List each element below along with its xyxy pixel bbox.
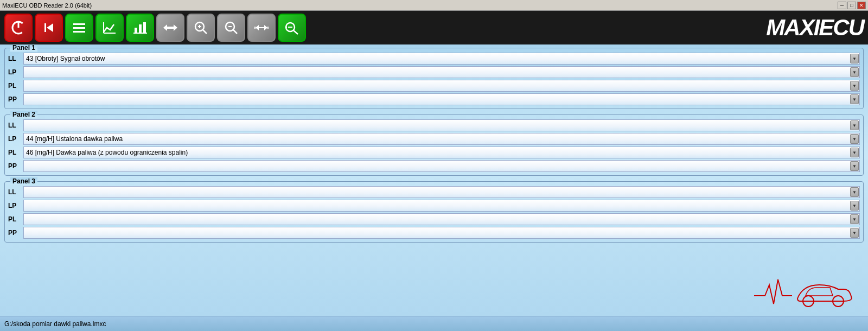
panel-1-label: Panel 1: [10, 44, 37, 52]
panel-3-row-LL-select[interactable]: [23, 186, 860, 198]
panel-1-row-PL-select[interactable]: [23, 80, 860, 92]
panel-3-row-PL-select[interactable]: [23, 213, 860, 225]
panel-1-row-PL-select-wrapper: ▼: [23, 80, 860, 92]
panel-1-row-LP-select[interactable]: [23, 66, 860, 78]
menu-button[interactable]: [65, 14, 93, 42]
panel-1-row-PP-label: PP: [8, 96, 21, 103]
statusbar: G:/skoda pomiar dawki paliwa.lmxc: [0, 316, 868, 331]
panel-2-row-PP: PP▼: [8, 160, 860, 172]
svg-marker-13: [163, 24, 177, 31]
toolbar: MAXIECU: [0, 11, 868, 44]
car-logo: [754, 274, 863, 314]
panel-1-row-LP: LP▼: [8, 66, 860, 78]
panel-2-row-LP-select-wrapper: 44 [mg/H] Ustalona dawka paliwa▼: [23, 133, 860, 145]
minimize-button[interactable]: ─: [838, 2, 846, 9]
maximize-button[interactable]: □: [847, 2, 856, 9]
panel-1-rows: LL43 [Obroty] Sygnał obrotów▼LP▼PL▼PP▼: [8, 53, 860, 105]
svg-rect-5: [73, 27, 85, 29]
panel-3-row-LP-select[interactable]: [23, 200, 860, 212]
svg-rect-23: [267, 27, 269, 29]
panel-1-row-PP-select[interactable]: [23, 93, 860, 105]
back-button[interactable]: [35, 14, 63, 42]
panel-3-row-LL: LL▼: [8, 186, 860, 198]
title-bar-text: MaxiECU OBD Reader 2.0 (64bit): [2, 2, 92, 9]
main-content: Panel 1LL43 [Obroty] Sygnał obrotów▼LP▼P…: [0, 44, 868, 316]
filepath-text: G:/skoda pomiar dawki paliwa.lmxc: [4, 320, 106, 328]
panel-2-row-PL-select[interactable]: 46 [mg/H] Dawka paliwa (z powodu ogranic…: [23, 147, 860, 158]
chart-line-button[interactable]: [95, 14, 124, 42]
panel-3-row-PL-select-wrapper: ▼: [23, 213, 860, 225]
panel-3-row-PL-label: PL: [8, 215, 21, 223]
zoom-in-button[interactable]: [187, 14, 215, 42]
chart-bar-button[interactable]: [126, 14, 154, 42]
panel-1-row-LP-label: LP: [8, 68, 21, 76]
svg-rect-11: [143, 22, 146, 33]
panel-3: Panel 3LL▼LP▼PL▼PP▼: [4, 181, 864, 243]
panel-2-row-LL-select[interactable]: [23, 119, 860, 131]
panel-2-row-PP-select[interactable]: [23, 160, 860, 172]
panel-3-row-LP: LP▼: [8, 200, 860, 212]
svg-line-25: [293, 30, 298, 34]
svg-rect-9: [135, 28, 137, 33]
panel-1-row-PL-label: PL: [8, 82, 21, 90]
panel-3-row-PP-select[interactable]: [23, 227, 860, 239]
panel-2: Panel 2LL▼LP44 [mg/H] Ustalona dawka pal…: [4, 114, 864, 176]
panel-2-row-LL-label: LL: [8, 122, 21, 129]
title-bar-controls: ─ □ ✕: [838, 2, 866, 9]
arrow-lr-button[interactable]: [156, 14, 184, 42]
panel-1-row-PP-select-wrapper: ▼: [23, 93, 860, 105]
panel-3-row-PL: PL▼: [8, 213, 860, 225]
panel-1-row-PL: PL▼: [8, 80, 860, 92]
logo-maxi: MAXI: [766, 15, 819, 40]
svg-rect-22: [254, 27, 256, 29]
panel-2-row-PP-label: PP: [8, 162, 21, 170]
panel-3-row-PP-label: PP: [8, 229, 21, 237]
panel-2-rows: LL▼LP44 [mg/H] Ustalona dawka paliwa▼PL4…: [8, 119, 860, 172]
panel-1-row-LL-label: LL: [8, 55, 21, 62]
panel-1: Panel 1LL43 [Obroty] Sygnał obrotów▼LP▼P…: [4, 48, 864, 109]
panel-1-row-PP: PP▼: [8, 93, 860, 105]
panel-3-row-LP-label: LP: [8, 202, 21, 209]
panel-3-row-LP-select-wrapper: ▼: [23, 200, 860, 212]
panel-3-row-PP: PP▼: [8, 227, 860, 239]
scan-button[interactable]: [278, 14, 306, 42]
panel-2-row-PL-select-wrapper: 46 [mg/H] Dawka paliwa (z powodu ogranic…: [23, 147, 860, 158]
svg-rect-10: [139, 24, 142, 33]
panel-2-row-PL-label: PL: [8, 149, 21, 156]
panel-2-label: Panel 2: [10, 111, 37, 118]
svg-rect-3: [44, 23, 46, 32]
close-button[interactable]: ✕: [857, 2, 866, 9]
panel-1-row-LP-select-wrapper: ▼: [23, 66, 860, 78]
svg-marker-2: [47, 23, 53, 32]
panel-2-row-LP-label: LP: [8, 135, 21, 143]
panel-2-row-LP: LP44 [mg/H] Ustalona dawka paliwa▼: [8, 133, 860, 145]
svg-rect-4: [73, 23, 85, 25]
panel-3-row-LL-label: LL: [8, 188, 21, 196]
title-bar: MaxiECU OBD Reader 2.0 (64bit) ─ □ ✕: [0, 0, 868, 11]
svg-line-15: [203, 30, 207, 34]
panel-2-row-LL: LL▼: [8, 119, 860, 131]
power-button[interactable]: [4, 14, 33, 42]
panel-3-label: Panel 3: [10, 177, 37, 185]
logo: MAXIECU: [766, 15, 864, 41]
panel-2-row-LP-select[interactable]: 44 [mg/H] Ustalona dawka paliwa: [23, 133, 860, 145]
panel-2-row-LL-select-wrapper: ▼: [23, 119, 860, 131]
panel-3-row-LL-select-wrapper: ▼: [23, 186, 860, 198]
svg-rect-6: [73, 31, 85, 33]
svg-marker-21: [256, 25, 267, 30]
panel-1-row-LL-select[interactable]: 43 [Obroty] Sygnał obrotów: [23, 53, 860, 65]
panel-3-rows: LL▼LP▼PL▼PP▼: [8, 186, 860, 239]
panel-1-row-LL: LL43 [Obroty] Sygnał obrotów▼: [8, 53, 860, 65]
panel-2-row-PP-select-wrapper: ▼: [23, 160, 860, 172]
resize-button[interactable]: [247, 14, 276, 42]
svg-line-19: [233, 30, 237, 34]
logo-ecu: ECU: [819, 15, 864, 40]
panel-1-row-LL-select-wrapper: 43 [Obroty] Sygnał obrotów▼: [23, 53, 860, 65]
zoom-out-button[interactable]: [217, 14, 245, 42]
panel-3-row-PP-select-wrapper: ▼: [23, 227, 860, 239]
panel-2-row-PL: PL46 [mg/H] Dawka paliwa (z powodu ogran…: [8, 147, 860, 158]
